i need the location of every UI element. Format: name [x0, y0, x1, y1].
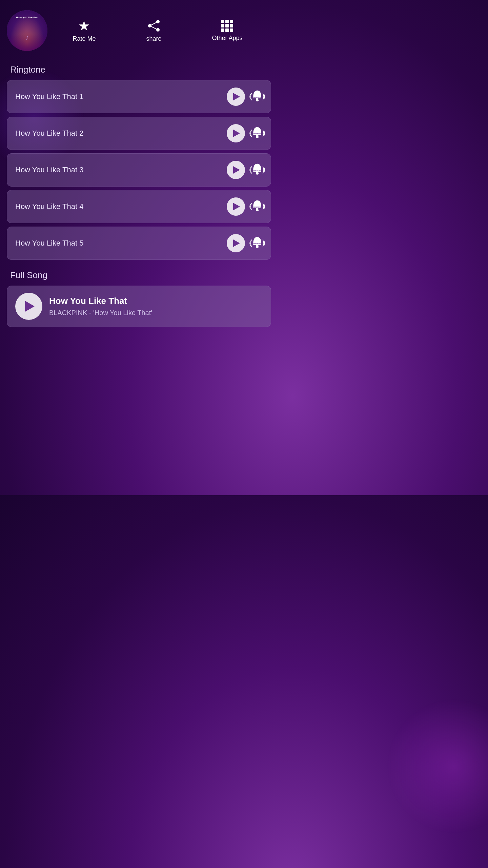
full-song-info: How You Like That BLACKPINK - 'How You L…	[49, 296, 152, 317]
full-song-play-button[interactable]	[15, 293, 42, 320]
share-button[interactable]: share	[146, 19, 161, 42]
ringtone-item-2[interactable]: How You Like That 2 RINGTONE	[7, 117, 271, 150]
other-apps-label: Other Apps	[212, 35, 242, 42]
star-icon: ★	[78, 19, 90, 33]
play-button-2[interactable]	[227, 124, 245, 142]
play-triangle-4	[233, 203, 240, 210]
other-apps-button[interactable]: Other Apps	[212, 20, 242, 42]
ringtone-item-1[interactable]: How You Like That 1 RINGTONE	[7, 80, 271, 113]
full-song-section-title: Full Song	[0, 263, 278, 286]
bell-icon-1: RINGTONE	[249, 88, 266, 105]
svg-point-15	[256, 209, 259, 211]
play-button-4[interactable]	[227, 197, 245, 216]
full-song-artist: BLACKPINK - 'How You Like That'	[49, 309, 152, 317]
app-header: How you like that ♪ ★ Rate Me share	[0, 0, 278, 58]
svg-point-6	[256, 99, 259, 101]
bell-icon-5: RINGTONE	[249, 235, 266, 252]
ringtone-name-4: How You Like That 4	[15, 202, 83, 211]
ringtone-list: How You Like That 1 RINGTONE	[0, 80, 278, 260]
play-triangle-5	[233, 239, 240, 247]
ringtone-actions-1: RINGTONE	[227, 86, 267, 107]
full-song-section: Full Song How You Like That BLACKPINK - …	[0, 263, 278, 327]
svg-line-4	[150, 26, 158, 30]
play-button-1[interactable]	[227, 88, 245, 106]
logo-text: How you like that	[7, 16, 47, 19]
set-ringtone-button-1[interactable]: RINGTONE	[247, 86, 267, 107]
bell-icon-3: RINGTONE	[249, 161, 266, 178]
play-triangle-2	[233, 130, 240, 137]
svg-text:RINGTONE: RINGTONE	[253, 133, 261, 135]
play-button-5[interactable]	[227, 234, 245, 252]
set-ringtone-button-2[interactable]: RINGTONE	[247, 123, 267, 143]
app-logo: How you like that ♪	[7, 10, 47, 51]
ringtone-item-3[interactable]: How You Like That 3 RINGTONE	[7, 153, 271, 187]
ringtone-item-5[interactable]: How You Like That 5 RINGTONE	[7, 227, 271, 260]
full-song-title: How You Like That	[49, 296, 152, 306]
play-button-3[interactable]	[227, 161, 245, 179]
grid-icon	[221, 20, 233, 32]
set-ringtone-button-5[interactable]: RINGTONE	[247, 233, 267, 253]
full-song-item[interactable]: How You Like That BLACKPINK - 'How You L…	[7, 286, 271, 327]
rate-me-button[interactable]: ★ Rate Me	[73, 19, 96, 42]
ringtone-actions-3: RINGTONE	[227, 160, 267, 180]
rate-me-label: Rate Me	[73, 35, 96, 42]
svg-point-12	[256, 173, 259, 175]
svg-text:RINGTONE: RINGTONE	[253, 243, 261, 245]
svg-line-3	[150, 22, 158, 26]
ringtone-name-3: How You Like That 3	[15, 166, 83, 174]
set-ringtone-button-3[interactable]: RINGTONE	[247, 160, 267, 180]
ringtone-section-title: Ringtone	[0, 58, 278, 80]
play-triangle-3	[233, 166, 240, 174]
ringtone-name-2: How You Like That 2	[15, 129, 83, 138]
share-label: share	[146, 35, 161, 42]
svg-text:RINGTONE: RINGTONE	[253, 96, 261, 98]
set-ringtone-button-4[interactable]: RINGTONE	[247, 196, 267, 217]
svg-point-9	[256, 136, 259, 138]
bell-icon-4: RINGTONE	[249, 198, 266, 215]
full-song-play-triangle	[25, 301, 35, 312]
header-actions: ★ Rate Me share Other Apps	[47, 19, 268, 42]
ringtone-item-4[interactable]: How You Like That 4 RINGTONE	[7, 190, 271, 223]
svg-text:RINGTONE: RINGTONE	[253, 170, 261, 171]
logo-silhouette	[7, 34, 47, 51]
play-triangle-1	[233, 93, 240, 100]
ringtone-name-1: How You Like That 1	[15, 92, 83, 101]
ringtone-actions-4: RINGTONE	[227, 196, 267, 217]
bell-icon-2: RINGTONE	[249, 125, 266, 142]
ringtone-actions-5: RINGTONE	[227, 233, 267, 253]
ringtone-name-5: How You Like That 5	[15, 239, 83, 248]
svg-text:RINGTONE: RINGTONE	[253, 206, 261, 208]
share-icon	[147, 19, 161, 33]
ringtone-actions-2: RINGTONE	[227, 123, 267, 143]
svg-point-18	[256, 246, 259, 248]
